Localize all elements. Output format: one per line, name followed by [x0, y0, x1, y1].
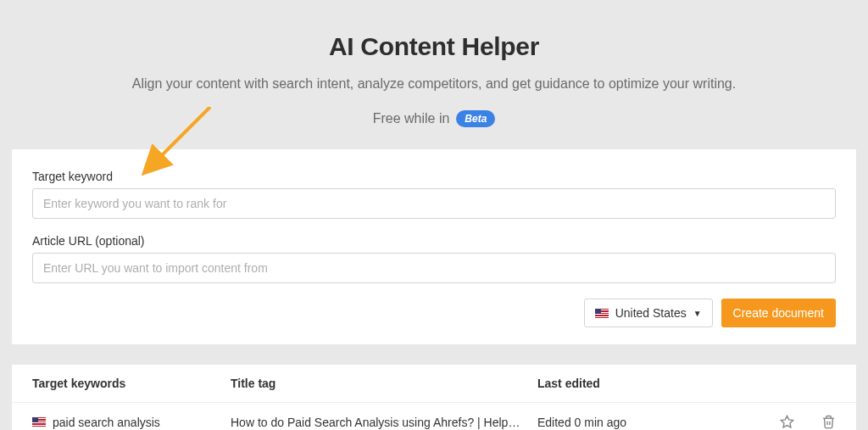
documents-table: Target keywords Title tag Last edited pa…	[12, 365, 856, 430]
form-actions-row: United States ▼ Create document	[32, 299, 836, 327]
table-header-row: Target keywords Title tag Last edited	[12, 365, 856, 403]
page-subtitle: Align your content with search intent, a…	[17, 76, 851, 92]
free-prefix-text: Free while in	[373, 111, 450, 126]
country-label: United States	[615, 306, 687, 320]
column-header-title: Title tag	[231, 377, 537, 390]
cell-keyword: paid search analysis	[32, 416, 231, 429]
chevron-down-icon: ▼	[693, 309, 702, 318]
table-row[interactable]: paid search analysis How to do Paid Sear…	[12, 403, 856, 430]
star-icon[interactable]	[780, 415, 794, 429]
url-field-group: Article URL (optional)	[32, 234, 836, 283]
us-flag-icon	[595, 309, 609, 318]
page-header: AI Content Helper Align your content wit…	[0, 0, 868, 149]
create-document-button[interactable]: Create document	[721, 299, 836, 327]
trash-icon[interactable]	[821, 415, 836, 429]
url-label: Article URL (optional)	[32, 234, 836, 248]
keyword-label: Target keyword	[32, 170, 836, 183]
page-title: AI Content Helper	[17, 32, 851, 61]
beta-badge: Beta	[456, 110, 495, 127]
cell-title: How to do Paid Search Analysis using Ahr…	[231, 416, 537, 429]
svg-marker-2	[781, 416, 793, 427]
column-header-keywords: Target keywords	[32, 377, 231, 390]
country-select[interactable]: United States ▼	[584, 299, 713, 327]
row-actions	[724, 415, 836, 429]
column-header-edited: Last edited	[537, 377, 724, 390]
url-input[interactable]	[32, 253, 836, 283]
keyword-field-group: Target keyword	[32, 170, 836, 219]
free-while-beta-line: Free while in Beta	[373, 110, 496, 127]
cell-edited: Edited 0 min ago	[537, 416, 724, 429]
us-flag-icon	[32, 417, 46, 427]
keyword-text: paid search analysis	[53, 416, 160, 429]
keyword-input[interactable]	[32, 188, 836, 219]
create-document-form: Target keyword Article URL (optional) Un…	[12, 149, 856, 344]
